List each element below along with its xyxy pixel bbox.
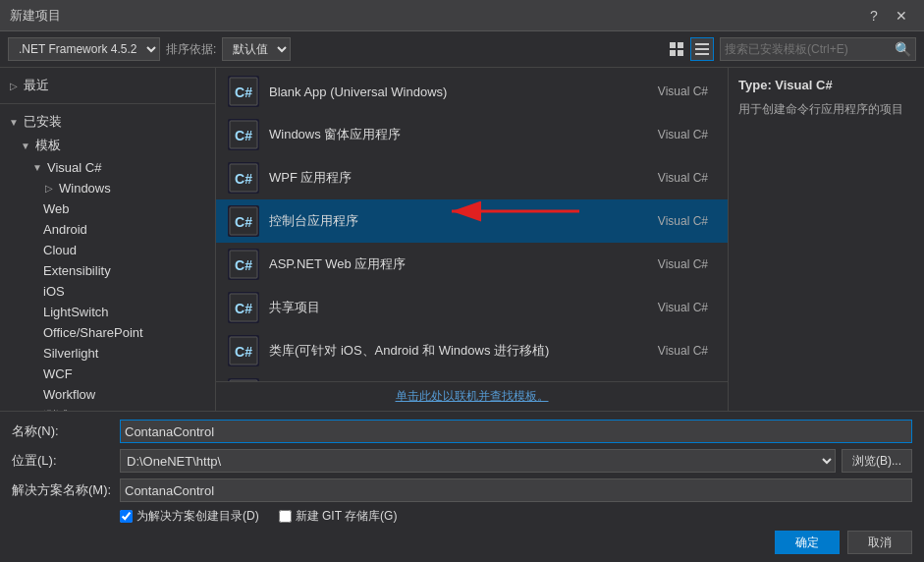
help-button[interactable]: ?	[861, 6, 887, 26]
title-bar-controls: ? ✕	[861, 6, 914, 26]
browse-button[interactable]: 浏览(B)...	[842, 449, 912, 473]
template-name: ASP.NET Web 应用程序	[269, 255, 648, 273]
sidebar-item-recent[interactable]: ▷ 最近	[0, 74, 215, 97]
templates-label: 模板	[35, 137, 61, 154]
template-item[interactable]: C# 控制台应用程序Visual C#	[216, 199, 728, 243]
search-input[interactable]	[725, 42, 895, 56]
svg-text:C#: C#	[235, 84, 252, 100]
recent-label: 最近	[24, 77, 49, 94]
template-icon: C#	[228, 249, 259, 280]
officesp-label: Office/SharePoint	[43, 325, 143, 340]
ios-label: iOS	[43, 284, 65, 299]
sidebar-item-extensibility[interactable]: Extensibility	[0, 260, 215, 281]
bottom-panel: 名称(N): 位置(L): D:\OneNET\http\ 浏览(B)... 解…	[0, 411, 924, 562]
template-item[interactable]: C# ASP.NET Web 应用程序Visual C#	[216, 243, 728, 286]
arrow-templates: ▼	[20, 140, 31, 151]
template-item[interactable]: C# 类库Visual C#	[216, 372, 728, 381]
arrow-csharp: ▼	[31, 162, 43, 173]
web-label: Web	[43, 201, 70, 216]
sidebar-item-android[interactable]: Android	[0, 219, 215, 240]
create-dir-checkbox[interactable]	[120, 510, 133, 523]
workflow-label: Workflow	[43, 387, 95, 402]
git-checkbox-label[interactable]: 新建 GIT 存储库(G)	[279, 508, 398, 525]
sidebar-item-silverlight[interactable]: Silverlight	[0, 343, 215, 364]
sidebar-item-web[interactable]: Web	[0, 198, 215, 219]
svg-text:C#: C#	[235, 344, 252, 360]
template-icon: C#	[228, 205, 259, 237]
windows-label: Windows	[59, 181, 111, 196]
close-button[interactable]: ✕	[889, 6, 914, 26]
search-icon-btn[interactable]: 🔍	[895, 41, 911, 57]
installed-label: 已安装	[24, 113, 62, 131]
sidebar-item-lightswitch[interactable]: LightSwitch	[0, 302, 215, 322]
template-name: 类库(可针对 iOS、Android 和 Windows 进行移植)	[269, 342, 648, 360]
framework-dropdown[interactable]: .NET Framework 4.5.2	[8, 37, 160, 61]
type-label: Type: Visual C#	[738, 78, 914, 92]
sidebar-item-visualcsharp[interactable]: ▼ Visual C#	[0, 157, 215, 178]
cancel-button[interactable]: 取消	[847, 531, 912, 554]
template-item[interactable]: C# 类库(可针对 iOS、Android 和 Windows 进行移植)Vis…	[216, 329, 728, 372]
template-lang: Visual C#	[658, 257, 708, 271]
svg-text:C#: C#	[235, 171, 252, 187]
sidebar-item-officesp[interactable]: Office/SharePoint	[0, 322, 215, 343]
center-panel: C# Blank App (Universal Windows)Visual C…	[216, 68, 728, 411]
template-icon: C#	[228, 335, 259, 366]
sidebar-item-installed[interactable]: ▼ 已安装	[0, 110, 215, 134]
sidebar-item-ios[interactable]: iOS	[0, 281, 215, 302]
sidebar-item-windows[interactable]: ▷ Windows	[0, 178, 215, 198]
svg-text:C#: C#	[235, 301, 252, 316]
body: ▷ 最近 ▼ 已安装 ▼ 模板 ▼ Visual C#	[0, 68, 924, 411]
list-view-btn[interactable]	[690, 37, 714, 61]
template-item[interactable]: C# Blank App (Universal Windows)Visual C…	[216, 70, 728, 113]
solution-name-input[interactable]	[120, 478, 912, 502]
template-name: 控制台应用程序	[269, 212, 648, 230]
sort-dropdown[interactable]: 默认值	[222, 37, 291, 61]
template-item[interactable]: C# WPF 应用程序Visual C#	[216, 156, 728, 199]
template-icon: C#	[228, 76, 259, 107]
recent-section: ▷ 最近	[0, 72, 215, 99]
name-row: 名称(N):	[12, 420, 912, 443]
create-dir-label: 为解决方案创建目录(D)	[136, 508, 259, 525]
svg-rect-2	[670, 50, 676, 56]
svg-rect-6	[695, 53, 709, 55]
dialog: .NET Framework 4.5.2 排序依据: 默认值	[0, 31, 924, 562]
grid-view-btn[interactable]	[665, 37, 688, 61]
sidebar-item-cloud[interactable]: Cloud	[0, 240, 215, 260]
search-box: 🔍	[720, 37, 916, 61]
svg-rect-1	[678, 42, 683, 48]
svg-rect-4	[695, 43, 709, 45]
view-toggle	[665, 37, 714, 61]
template-list: C# Blank App (Universal Windows)Visual C…	[216, 68, 728, 381]
sort-label: 排序依据:	[166, 41, 216, 58]
template-item[interactable]: C# 共享项目Visual C#	[216, 286, 728, 329]
sidebar-item-templates[interactable]: ▼ 模板	[0, 134, 215, 157]
template-icon: C#	[228, 292, 259, 323]
svg-text:C#: C#	[235, 257, 252, 273]
bottom-buttons: 确定 取消	[12, 531, 912, 554]
sidebar-item-wcf[interactable]: WCF	[0, 364, 215, 384]
sidebar-item-workflow[interactable]: Workflow	[0, 384, 215, 405]
wcf-label: WCF	[43, 366, 73, 381]
template-name: WPF 应用程序	[269, 169, 648, 187]
template-icon: C#	[228, 162, 259, 194]
online-link[interactable]: 单击此处以联机并查找模板。	[396, 389, 549, 403]
name-input[interactable]	[120, 420, 912, 443]
template-lang: Visual C#	[658, 214, 708, 228]
checkboxes-row: 为解决方案创建目录(D) 新建 GIT 存储库(G)	[120, 508, 912, 525]
location-select[interactable]: D:\OneNET\http\	[120, 449, 836, 473]
arrow-recent: ▷	[8, 81, 20, 91]
ok-button[interactable]: 确定	[775, 531, 840, 554]
create-dir-checkbox-label[interactable]: 为解决方案创建目录(D)	[120, 508, 259, 525]
template-lang: Visual C#	[658, 171, 708, 185]
svg-text:C#: C#	[235, 128, 252, 143]
cloud-label: Cloud	[43, 243, 77, 257]
title-bar: 新建项目 ? ✕	[0, 0, 924, 31]
template-item[interactable]: C# Windows 窗体应用程序Visual C#	[216, 113, 728, 156]
online-link-bar: 单击此处以联机并查找模板。	[216, 381, 728, 411]
solution-name-row: 解决方案名称(M):	[12, 478, 912, 502]
svg-rect-5	[695, 48, 709, 50]
template-icon: C#	[228, 119, 259, 150]
git-label: 新建 GIT 存储库(G)	[296, 508, 398, 525]
template-lang: Visual C#	[658, 344, 708, 358]
git-checkbox[interactable]	[279, 510, 292, 523]
